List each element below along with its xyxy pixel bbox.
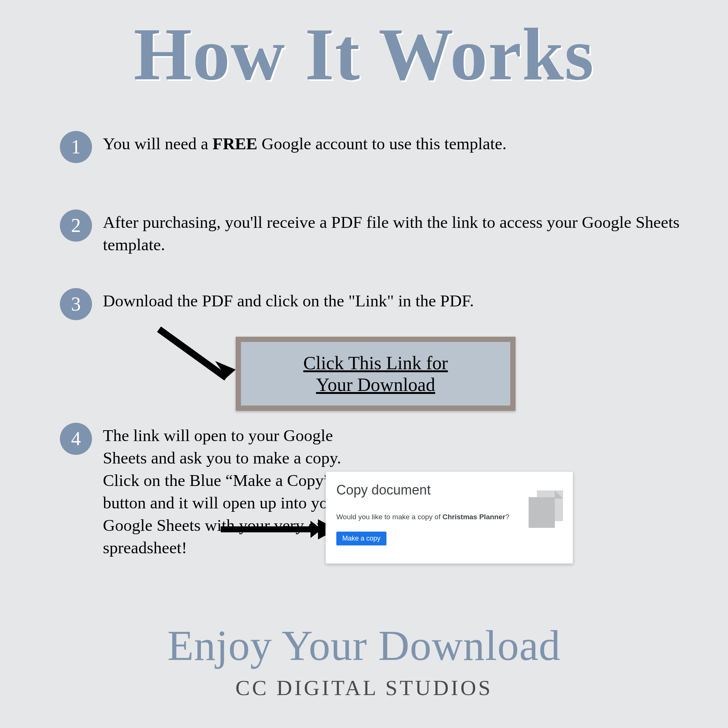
step-2-text: After purchasing, you'll receive a PDF f…	[103, 211, 687, 256]
arrow-down-right-icon	[151, 326, 249, 393]
step-2-number-badge: 2	[60, 210, 92, 242]
step-1-text: You will need a FREE Google account to u…	[103, 132, 687, 155]
step-1-text-a: You will need a	[103, 134, 213, 153]
step-3-number-badge: 3	[60, 288, 92, 320]
pdf-link-text[interactable]: Click This Link for Your Download	[303, 352, 448, 395]
copy-document-dialog-preview: Copy document Would you like to make a c…	[326, 471, 573, 564]
step-3-text: Download the PDF and click on the "Link"…	[103, 289, 687, 312]
how-it-works-page: How It Works 1 You will need a FREE Goog…	[0, 0, 728, 728]
arrow-right-icon	[217, 516, 340, 543]
copy-q-docname: Christmas Planner	[442, 513, 505, 521]
copy-dialog-title: Copy document	[336, 482, 431, 498]
brand-name: CC DIGITAL STUDIOS	[0, 677, 728, 699]
document-copy-icon	[529, 491, 562, 528]
copy-dialog-question: Would you like to make a copy of Christm…	[336, 513, 509, 521]
copy-q-a: Would you like to make a copy of	[336, 513, 442, 521]
enjoy-caption: Enjoy Your Download	[0, 621, 728, 670]
pdf-link-preview: Click This Link for Your Download	[236, 337, 515, 411]
page-title: How It Works	[0, 11, 728, 97]
make-a-copy-button[interactable]: Make a copy	[336, 532, 387, 546]
step-4-number-badge: 4	[60, 423, 92, 455]
copy-q-c: ?	[505, 513, 509, 521]
step-1-text-bold: FREE	[213, 134, 257, 153]
step-1-text-c: Google account to use this template.	[257, 134, 506, 153]
step-1-number-badge: 1	[60, 131, 92, 163]
